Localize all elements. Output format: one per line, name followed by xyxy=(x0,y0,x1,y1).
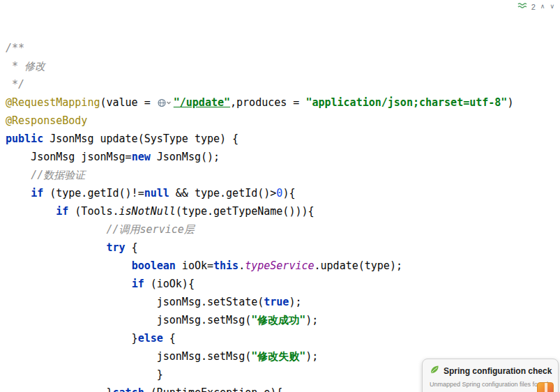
code-line[interactable]: if (type.getId()!=null && type.getId()>0… xyxy=(6,184,560,202)
prev-occurrence-button[interactable]: ∧ xyxy=(540,3,545,10)
code-token: ); xyxy=(305,314,318,326)
code-line[interactable]: */ xyxy=(6,75,560,93)
code-token: jsonMsg.setMsg( xyxy=(6,314,251,326)
code-token: . xyxy=(239,259,245,272)
code-line[interactable]: public JsonMsg update(SysType type) { xyxy=(6,130,560,148)
code-token xyxy=(6,241,107,254)
code-token xyxy=(6,205,56,218)
code-token xyxy=(6,169,31,181)
code-token: /** xyxy=(6,42,24,54)
code-area[interactable]: /** * 修改 */@RequestMapping(value = "/upd… xyxy=(6,39,560,392)
code-token: jsonMsg.setMsg( xyxy=(6,350,251,363)
code-token: { xyxy=(163,332,176,345)
code-token: (type.getTypeName())){ xyxy=(176,205,315,218)
code-token: //调用service层 xyxy=(107,223,195,236)
code-token xyxy=(6,259,132,272)
code-token: JsonMsg jsonMsg= xyxy=(6,151,132,163)
code-token: this xyxy=(213,259,239,272)
code-token: if xyxy=(132,278,144,290)
code-line[interactable]: @ResponseBody xyxy=(6,112,560,130)
code-line[interactable]: //数据验证 xyxy=(6,166,560,184)
spring-leaf-icon xyxy=(430,365,439,377)
code-token: } xyxy=(6,332,138,345)
code-token: jsonMsg.setState( xyxy=(6,296,264,308)
code-token: (type.getId()!= xyxy=(43,187,144,199)
code-token: new xyxy=(132,151,151,163)
code-token: (value = xyxy=(100,96,156,109)
code-token xyxy=(6,187,31,199)
code-token: (Tools. xyxy=(68,205,119,218)
code-token: (ioOk){ xyxy=(144,278,195,290)
code-editor[interactable]: /** * 修改 */@RequestMapping(value = "/upd… xyxy=(0,0,560,392)
code-token xyxy=(6,223,107,236)
code-token: JsonMsg update(SysType type) { xyxy=(43,133,239,145)
code-token: "修改失败" xyxy=(251,350,305,363)
code-token: boolean xyxy=(132,259,176,272)
inspections-widget[interactable]: 2 ∧ ∨ xyxy=(517,2,554,11)
code-line[interactable]: jsonMsg.setState(true); xyxy=(6,293,560,311)
code-token: catch xyxy=(113,386,144,392)
code-token: * 修改 xyxy=(6,60,45,73)
orange-notification-icon[interactable] xyxy=(537,382,554,392)
code-token: { xyxy=(126,241,138,254)
code-token: .update(type); xyxy=(315,259,402,272)
code-line[interactable]: if (ioOk){ xyxy=(6,275,560,293)
code-line[interactable]: boolean ioOk=this.typeService.update(typ… xyxy=(6,257,560,275)
code-token: try xyxy=(107,241,126,254)
code-token: && type.getId()> xyxy=(169,187,277,199)
code-token: ,produces = xyxy=(230,96,305,109)
code-token: isNotNull xyxy=(119,205,176,218)
notification-body: Unmapped Spring configuration files foun… xyxy=(430,381,551,388)
code-token: //数据验证 xyxy=(31,169,85,181)
code-token: @ResponseBody xyxy=(6,114,87,127)
code-token: true xyxy=(264,296,289,308)
next-occurrence-button[interactable]: ∨ xyxy=(550,3,554,10)
code-token: ) xyxy=(507,96,513,109)
code-token: "application/json;charset=utf-8" xyxy=(305,96,507,109)
code-token: ); xyxy=(305,350,318,363)
code-token: "修改成功" xyxy=(251,314,305,326)
code-line[interactable]: if (Tools.isNotNull(type.getTypeName()))… xyxy=(6,202,560,220)
code-token xyxy=(6,278,132,290)
code-token: null xyxy=(144,187,169,199)
code-token: "/update" xyxy=(174,96,230,109)
code-line[interactable]: }else { xyxy=(6,329,560,347)
code-token: public xyxy=(6,133,43,145)
code-token: } xyxy=(6,368,163,381)
inspections-count: 2 xyxy=(531,3,536,11)
notification-title: Spring configuration check xyxy=(444,366,552,376)
code-token: typeService xyxy=(245,259,314,272)
code-line[interactable]: jsonMsg.setMsg("修改成功"); xyxy=(6,311,560,329)
url-mapping-globe-icon[interactable] xyxy=(158,95,172,113)
code-line[interactable]: JsonMsg jsonMsg=new JsonMsg(); xyxy=(6,148,560,166)
inspections-status-icon xyxy=(517,2,527,11)
code-token: @RequestMapping xyxy=(6,96,100,109)
code-token: else xyxy=(138,332,163,345)
code-line[interactable]: /** xyxy=(6,39,560,57)
code-token: if xyxy=(31,187,43,199)
code-token: } xyxy=(6,386,113,392)
code-line[interactable]: //调用service层 xyxy=(6,220,560,239)
code-token: (RuntimeException e){ xyxy=(144,386,283,392)
code-line[interactable]: * 修改 xyxy=(6,57,560,75)
code-line[interactable]: @RequestMapping(value = "/update",produc… xyxy=(6,93,560,112)
code-token: ){ xyxy=(282,187,295,199)
code-token: ); xyxy=(289,296,301,308)
code-token: if xyxy=(56,205,68,218)
code-token: ioOk= xyxy=(176,259,213,272)
code-line[interactable]: try { xyxy=(6,239,560,257)
code-token: */ xyxy=(6,78,24,91)
code-token: JsonMsg(); xyxy=(151,151,220,163)
